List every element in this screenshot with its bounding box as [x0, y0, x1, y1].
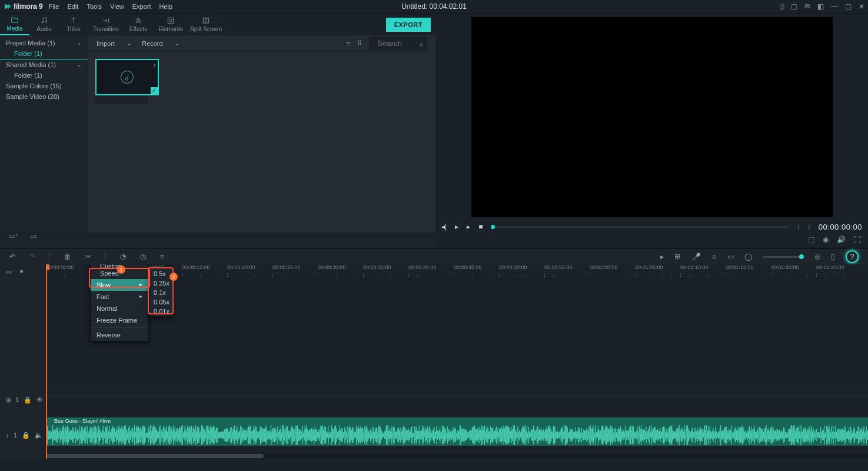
- undo-button[interactable]: ↶: [9, 253, 15, 261]
- menu-help[interactable]: Help: [159, 3, 173, 10]
- audio-track-header[interactable]: ♪1 🔒 🔈: [0, 429, 46, 441]
- marker-icon[interactable]: ▸: [660, 253, 664, 261]
- menu-file[interactable]: File: [49, 3, 59, 10]
- link-icon[interactable]: ⚭: [19, 268, 24, 276]
- timeline-scrollbar[interactable]: [46, 453, 868, 459]
- prev-frame-button[interactable]: ◂|: [441, 223, 447, 231]
- speed-0-5x[interactable]: 0.5x: [149, 269, 172, 278]
- preview-scrubber[interactable]: [491, 226, 789, 228]
- menu-export[interactable]: Export: [132, 3, 151, 10]
- duration-button[interactable]: ◷: [140, 253, 146, 261]
- save-icon[interactable]: ▢: [791, 2, 797, 11]
- sidebar-folder-1[interactable]: Folder (1): [0, 48, 88, 59]
- folder-icon[interactable]: ▭: [30, 232, 36, 240]
- video-track-header[interactable]: ⊞1 🔒 👁: [0, 394, 46, 406]
- media-clip-audio[interactable]: ♪ ✓: [95, 59, 159, 95]
- playhead[interactable]: [46, 264, 47, 459]
- app-version: 9: [39, 2, 43, 11]
- tab-elements[interactable]: Elements: [153, 14, 188, 35]
- sidebar-project-media[interactable]: Project Media (1)⌄: [0, 38, 88, 48]
- play-button[interactable]: ▸: [455, 223, 458, 231]
- tab-transition[interactable]: Transition: [88, 14, 124, 35]
- svg-point-0: [42, 22, 43, 23]
- sidebar-sample-video[interactable]: Sample Video (20): [0, 91, 88, 102]
- new-folder-icon[interactable]: ▭⁺: [8, 232, 18, 240]
- speed-0-25x[interactable]: 0.25x: [149, 278, 172, 288]
- ruler-tick: 00:01:25:00: [816, 264, 844, 270]
- close-button[interactable]: ✕: [859, 2, 864, 11]
- ctx-fast[interactable]: Fast▸: [91, 291, 148, 303]
- zoom-in-icon[interactable]: ▯: [831, 253, 835, 261]
- scrollbar-thumb[interactable]: [46, 454, 264, 458]
- menu-view[interactable]: View: [110, 3, 124, 10]
- minimize-button[interactable]: —: [831, 2, 838, 11]
- menu-tools[interactable]: Tools: [87, 3, 102, 10]
- import-dropdown[interactable]: Import: [97, 40, 131, 47]
- svg-point-4: [139, 21, 141, 23]
- aspect-icon[interactable]: ▭: [727, 253, 734, 261]
- delete-button[interactable]: 🗑: [64, 253, 71, 261]
- zoom-fit-icon[interactable]: ◎: [814, 253, 820, 261]
- preview-panel: ◂| ▸ ▸ ■ ⟨ ⟩ 00:00:00:00 ⬚ ◉ 🔊 ⛶: [435, 14, 868, 248]
- voice-icon[interactable]: 🎤: [692, 253, 701, 261]
- zoom-slider[interactable]: [763, 256, 804, 258]
- tab-titles[interactable]: Titles: [59, 14, 88, 35]
- ctx-normal[interactable]: Normal: [91, 303, 148, 314]
- media-toolbar: Import Record ≡ ⠿ ⌕: [88, 35, 435, 52]
- mixer-icon[interactable]: ♫: [711, 253, 717, 261]
- message-icon[interactable]: ✉: [804, 2, 810, 11]
- grid-view-icon[interactable]: ⠿: [357, 39, 362, 47]
- preview-video[interactable]: [471, 17, 833, 217]
- lock-icon[interactable]: 🔒: [22, 432, 30, 439]
- svg-point-3: [136, 21, 138, 23]
- search-input[interactable]: [373, 37, 420, 50]
- record-dropdown[interactable]: Record: [142, 40, 179, 47]
- record-icon[interactable]: ◯: [744, 253, 752, 261]
- audio-clip-title: Bee Gees - Stayin' Alive: [54, 418, 111, 424]
- tab-split-screen[interactable]: Split Screen: [188, 14, 224, 35]
- ruler-tick: 00:00:45:00: [454, 264, 482, 270]
- stop-button[interactable]: ■: [478, 223, 483, 231]
- sidebar-shared-media[interactable]: Shared Media (1)⌄: [0, 59, 88, 70]
- tab-effects[interactable]: Effects: [124, 14, 153, 35]
- ctx-reverse[interactable]: Reverse: [91, 329, 148, 341]
- account-icon[interactable]: ⍰: [780, 2, 784, 11]
- volume-icon[interactable]: 🔊: [837, 236, 846, 248]
- maximize-button[interactable]: ▢: [845, 2, 852, 11]
- speed-button[interactable]: ◔: [120, 253, 126, 261]
- settings-button[interactable]: ≡: [160, 253, 164, 261]
- lock-icon[interactable]: 🔒: [24, 396, 32, 404]
- next-frame-button[interactable]: ▸: [467, 223, 470, 231]
- speed-0-1x[interactable]: 0.1x: [149, 288, 172, 297]
- sidebar-sample-colors[interactable]: Sample Colors (15): [0, 81, 88, 91]
- search-box[interactable]: ⌕: [369, 37, 427, 50]
- menu-edit[interactable]: Edit: [67, 3, 78, 10]
- sidebar-folder-2[interactable]: Folder (1): [0, 70, 88, 81]
- redo-button[interactable]: ↷: [29, 253, 35, 261]
- visibility-icon[interactable]: 👁: [36, 396, 43, 403]
- cut-button[interactable]: ✂: [85, 253, 91, 261]
- speed-0-01x[interactable]: 0.01x: [149, 307, 172, 316]
- help-button[interactable]: ?: [846, 250, 859, 263]
- ctx-freeze-frame[interactable]: Freeze Frame: [91, 314, 148, 326]
- speed-0-05x[interactable]: 0.05x: [149, 297, 172, 307]
- audio-clip[interactable]: Bee Gees - Stayin' Alive: [46, 417, 868, 446]
- snapshot-icon[interactable]: ◉: [823, 236, 829, 248]
- export-button[interactable]: EXPORT: [386, 18, 431, 32]
- ruler-tick: 00:00:50:00: [499, 264, 527, 270]
- display-icon[interactable]: ⬚: [808, 236, 814, 248]
- fullscreen-icon[interactable]: ⛶: [854, 236, 861, 248]
- tab-audio[interactable]: Audio: [29, 14, 59, 35]
- shield-icon[interactable]: ⛨: [674, 253, 681, 261]
- notification-icon[interactable]: ◧: [817, 2, 824, 11]
- mark-out-icon[interactable]: ⟩: [808, 224, 810, 230]
- timeline-body[interactable]: 00:00:00:0000:00:05:0000:00:10:0000:00:1…: [46, 264, 868, 459]
- filter-icon[interactable]: ≡: [347, 40, 350, 47]
- mute-icon[interactable]: 🔈: [35, 432, 43, 439]
- search-icon[interactable]: ⌕: [420, 40, 424, 47]
- mark-in-icon[interactable]: ⟨: [797, 224, 800, 230]
- timeline-mode-icon[interactable]: ▭: [6, 268, 12, 276]
- tab-media[interactable]: Media: [0, 14, 29, 35]
- ctx-slow[interactable]: Slow▸: [91, 279, 148, 291]
- titlebar-right: ⍰ ▢ ✉ ◧ — ▢ ✕: [780, 2, 864, 11]
